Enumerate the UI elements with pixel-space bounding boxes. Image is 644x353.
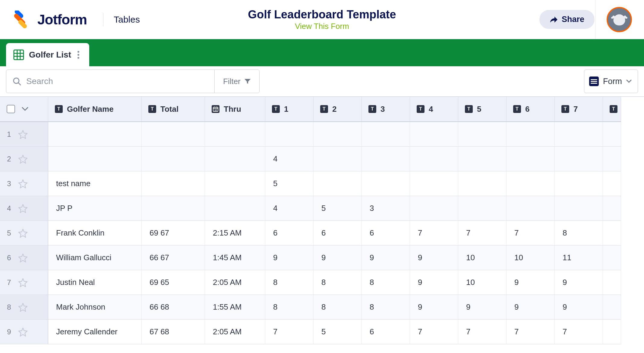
cell-4[interactable] <box>410 147 458 171</box>
table-row[interactable]: 24 <box>0 147 644 171</box>
col-1[interactable]: T1 <box>265 97 314 122</box>
star-icon[interactable] <box>18 327 28 337</box>
cell-5[interactable]: 9 <box>458 295 507 320</box>
cell-overflow[interactable] <box>603 122 621 147</box>
star-icon[interactable] <box>18 130 28 139</box>
search-box[interactable] <box>6 77 214 86</box>
cell-overflow[interactable] <box>603 171 621 196</box>
cell-7[interactable] <box>555 196 603 221</box>
cell-4[interactable]: 9 <box>410 295 458 320</box>
cell-overflow[interactable] <box>603 295 621 320</box>
tab-more-icon[interactable] <box>76 49 81 60</box>
chevron-down-icon[interactable] <box>22 107 28 111</box>
cell-2[interactable] <box>314 147 362 171</box>
cell-golfer-name[interactable]: JP P <box>48 196 142 221</box>
cell-7[interactable]: 7 <box>555 320 603 344</box>
cell-3[interactable]: 9 <box>362 245 410 270</box>
cell-2[interactable]: 5 <box>314 320 362 344</box>
col-total[interactable]: TTotal <box>142 97 205 122</box>
cell-5[interactable] <box>458 171 507 196</box>
cell-golfer-name[interactable]: Jeremy Callender <box>48 320 142 344</box>
cell-total[interactable]: 69 67 <box>142 221 205 245</box>
cell-4[interactable]: 7 <box>410 320 458 344</box>
tab-golfer-list[interactable]: Golfer List <box>6 43 89 67</box>
col-thru[interactable]: 10 Thru <box>205 97 265 122</box>
cell-7[interactable]: 9 <box>555 270 603 295</box>
cell-6[interactable] <box>507 171 555 196</box>
cell-thru[interactable]: 1:55 AM <box>205 295 265 320</box>
cell-1[interactable]: 5 <box>265 171 314 196</box>
cell-5[interactable]: 7 <box>458 320 507 344</box>
cell-7[interactable] <box>555 122 603 147</box>
cell-total[interactable]: 67 68 <box>142 320 205 344</box>
cell-5[interactable]: 10 <box>458 270 507 295</box>
cell-4[interactable]: 9 <box>410 270 458 295</box>
cell-thru[interactable] <box>205 171 265 196</box>
cell-4[interactable] <box>410 196 458 221</box>
table-row[interactable]: 4JP P453 <box>0 196 644 221</box>
cell-6[interactable]: 9 <box>507 270 555 295</box>
select-all-checkbox[interactable] <box>7 105 15 113</box>
cell-3[interactable] <box>362 171 410 196</box>
cell-golfer-name[interactable]: test name <box>48 171 142 196</box>
cell-2[interactable]: 8 <box>314 295 362 320</box>
cell-overflow[interactable] <box>603 221 621 245</box>
cell-3[interactable]: 8 <box>362 270 410 295</box>
cell-2[interactable]: 5 <box>314 196 362 221</box>
col-6[interactable]: T6 <box>507 97 555 122</box>
cell-7[interactable] <box>555 147 603 171</box>
cell-overflow[interactable] <box>603 147 621 171</box>
cell-total[interactable]: 66 68 <box>142 295 205 320</box>
cell-4[interactable] <box>410 122 458 147</box>
cell-5[interactable] <box>458 147 507 171</box>
cell-3[interactable]: 8 <box>362 295 410 320</box>
cell-overflow[interactable] <box>603 320 621 344</box>
avatar[interactable] <box>607 7 632 32</box>
cell-2[interactable]: 9 <box>314 245 362 270</box>
section-label[interactable]: Tables <box>114 14 140 25</box>
cell-thru[interactable] <box>205 122 265 147</box>
table-row[interactable]: 6William Gallucci66 671:45 AM9999101011 <box>0 245 644 270</box>
star-icon[interactable] <box>18 228 28 238</box>
cell-golfer-name[interactable]: Frank Conklin <box>48 221 142 245</box>
cell-golfer-name[interactable]: Mark Johnson <box>48 295 142 320</box>
cell-thru[interactable] <box>205 147 265 171</box>
star-icon[interactable] <box>18 154 28 164</box>
cell-golfer-name[interactable] <box>48 147 142 171</box>
cell-6[interactable]: 7 <box>507 320 555 344</box>
cell-6[interactable]: 9 <box>507 295 555 320</box>
cell-6[interactable] <box>507 196 555 221</box>
cell-thru[interactable] <box>205 196 265 221</box>
cell-7[interactable] <box>555 171 603 196</box>
cell-total[interactable] <box>142 122 205 147</box>
cell-overflow[interactable] <box>603 270 621 295</box>
share-button[interactable]: Share <box>539 10 595 29</box>
view-form-link[interactable]: View This Form <box>295 22 349 31</box>
cell-overflow[interactable] <box>603 196 621 221</box>
table-row[interactable]: 9Jeremy Callender67 682:05 AM7567777 <box>0 320 644 344</box>
cell-total[interactable] <box>142 196 205 221</box>
table-row[interactable]: 3test name5 <box>0 171 644 196</box>
cell-1[interactable]: 4 <box>265 147 314 171</box>
cell-thru[interactable]: 2:05 AM <box>205 270 265 295</box>
cell-2[interactable] <box>314 171 362 196</box>
cell-overflow[interactable] <box>603 245 621 270</box>
cell-1[interactable]: 6 <box>265 221 314 245</box>
table-row[interactable]: 7Justin Neal69 652:05 AM88891099 <box>0 270 644 295</box>
cell-total[interactable]: 66 67 <box>142 245 205 270</box>
cell-7[interactable]: 9 <box>555 295 603 320</box>
cell-thru[interactable]: 2:15 AM <box>205 221 265 245</box>
cell-1[interactable]: 8 <box>265 270 314 295</box>
cell-3[interactable] <box>362 147 410 171</box>
cell-6[interactable]: 10 <box>507 245 555 270</box>
cell-thru[interactable]: 1:45 AM <box>205 245 265 270</box>
cell-1[interactable] <box>265 122 314 147</box>
cell-3[interactable]: 6 <box>362 221 410 245</box>
cell-thru[interactable]: 2:05 AM <box>205 320 265 344</box>
cell-4[interactable]: 7 <box>410 221 458 245</box>
table-row[interactable]: 8Mark Johnson66 681:55 AM8889999 <box>0 295 644 320</box>
star-icon[interactable] <box>18 302 28 312</box>
table-row[interactable]: 5Frank Conklin69 672:15 AM6667778 <box>0 221 644 245</box>
star-icon[interactable] <box>18 253 28 263</box>
cell-5[interactable]: 7 <box>458 221 507 245</box>
